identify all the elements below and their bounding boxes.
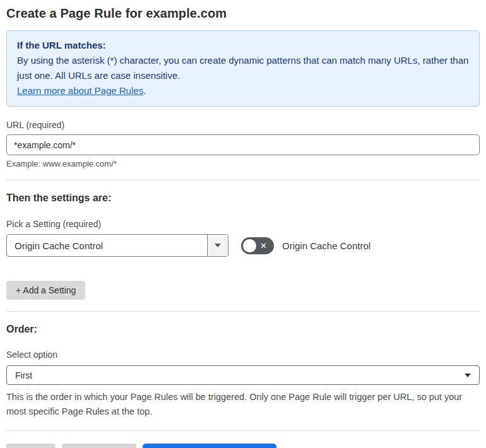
toggle-knob-icon [243, 239, 256, 252]
learn-more-link[interactable]: Learn more about Page Rules [17, 85, 143, 96]
url-match-info-box: If the URL matches: By using the asteris… [6, 30, 480, 107]
link-suffix: . [143, 85, 146, 96]
setting-picker-label: Pick a Setting (required) [6, 219, 480, 229]
info-box-link-line: Learn more about Page Rules. [17, 83, 469, 98]
divider [6, 311, 480, 312]
page-title: Create a Page Rule for example.com [6, 6, 480, 21]
info-box-heading: If the URL matches: [17, 38, 469, 53]
url-field-label: URL (required) [6, 120, 480, 130]
info-box-body: By using the asterisk (*) character, you… [17, 53, 469, 83]
order-select-value: First [15, 370, 32, 380]
order-description: This is the order in which your Page Rul… [6, 390, 480, 419]
save-and-deploy-button[interactable]: Save and Deploy Page Rule [143, 444, 276, 448]
order-select-label: Select option [6, 350, 480, 360]
setting-picker-arrow-button[interactable] [207, 235, 228, 256]
url-example-hint: Example: www.example.com/* [6, 159, 480, 168]
action-buttons-row: Cancel Save as Draft Save and Deploy Pag… [6, 444, 480, 448]
order-section-heading: Order: [6, 324, 480, 335]
chevron-down-icon [465, 374, 471, 377]
setting-picker-dropdown[interactable]: Origin Cache Control [6, 234, 228, 257]
settings-section-heading: Then the settings are: [6, 192, 480, 204]
save-as-draft-button[interactable]: Save as Draft [62, 444, 137, 448]
cancel-button[interactable]: Cancel [6, 444, 56, 448]
chevron-down-icon [215, 244, 221, 247]
divider [6, 180, 480, 180]
setting-picker-value: Origin Cache Control [7, 235, 207, 256]
order-select[interactable]: First [6, 365, 480, 385]
add-setting-button[interactable]: + Add a Setting [6, 281, 85, 300]
url-input[interactable] [6, 134, 480, 155]
setting-toggle[interactable]: ✕ [241, 237, 274, 254]
toggle-x-icon: ✕ [260, 242, 267, 250]
page-rule-form: Create a Page Rule for example.com If th… [0, 0, 486, 448]
setting-toggle-label: Origin Cache Control [282, 240, 370, 251]
setting-row: Origin Cache Control ✕ Origin Cache Cont… [6, 234, 480, 257]
divider [6, 430, 480, 431]
